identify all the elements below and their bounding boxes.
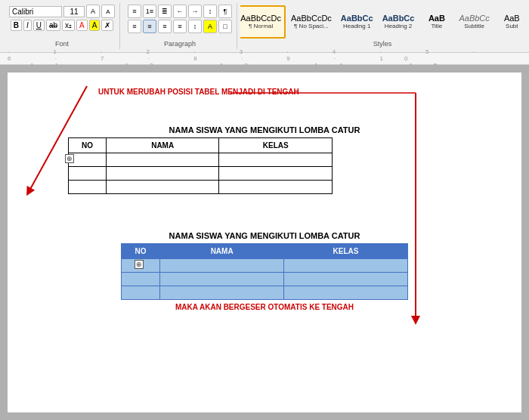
style-subt[interactable]: AaB Subt — [495, 5, 524, 39]
table1-col-nama: NAMA — [106, 138, 219, 153]
style-subt-label: Subt — [506, 23, 518, 29]
table1-title: NAMA SISWA YANG MENGIKUTI LOMBA CATUR — [45, 125, 484, 134]
annotation-top-label: UNTUK MERUBAH POSISI TABEL MENJADI DI TE… — [98, 88, 299, 96]
style-title-label: Title — [432, 23, 443, 29]
style-nospace-preview: AaBbCcDc — [291, 14, 332, 23]
show-para-button[interactable]: ¶ — [218, 5, 232, 18]
font-section: A A B I U ab x₂ A A ✗ Font — [5, 3, 120, 49]
style-normal-preview: AaBbCcDc — [240, 14, 281, 23]
style-h1-preview: AaBbCc — [341, 14, 373, 23]
align-left-button[interactable]: ≡ — [128, 20, 141, 33]
underline-button[interactable]: U — [33, 20, 45, 31]
decrease-indent-button[interactable]: ← — [173, 5, 187, 18]
shading-button[interactable]: A — [203, 20, 217, 33]
grow-font-button[interactable]: A — [86, 5, 100, 18]
annotation-top-text: UNTUK MERUBAH POSISI TABEL MENJADI DI TE… — [98, 84, 299, 97]
sort-button[interactable]: ↕ — [203, 5, 217, 18]
multilevel-button[interactable]: ≣ — [158, 5, 172, 18]
table1-section: NAMA SISWA YANG MENGIKUTI LOMBA CATUR ⊕ … — [45, 125, 484, 197]
table2: NO NAMA KELAS — [121, 243, 408, 300]
style-heading1[interactable]: AaBbCc Heading 1 — [337, 5, 377, 39]
table1: NO NAMA KELAS — [68, 137, 333, 194]
bullets-button[interactable]: ≡ — [128, 5, 141, 18]
shrink-font-button[interactable]: A — [101, 5, 115, 18]
styles-section: AaBbCcDc ¶ Normal AaBbCcDc ¶ No Spaci...… — [240, 3, 524, 49]
italic-button[interactable]: I — [23, 20, 32, 31]
bold-button[interactable]: B — [11, 20, 22, 31]
style-title[interactable]: AaB Title — [419, 5, 453, 39]
increase-indent-button[interactable]: → — [188, 5, 202, 18]
document-page: UNTUK MERUBAH POSISI TABEL MENJADI DI TE… — [8, 73, 521, 412]
table2-title: NAMA SISWA YANG MENGIKUTI LOMBA CATUR — [45, 231, 484, 240]
styles-label: Styles — [373, 39, 392, 48]
table-row — [122, 273, 408, 286]
justify-button[interactable]: ≡ — [173, 20, 187, 33]
strikethrough-button[interactable]: ab — [46, 20, 60, 31]
font-size-input[interactable] — [63, 6, 85, 17]
style-subtitle[interactable]: AaBbCc Subtitle — [455, 5, 493, 39]
style-title-preview: AaB — [428, 14, 445, 23]
style-h2-label: Heading 2 — [385, 23, 412, 29]
style-heading2[interactable]: AaBbCc Heading 2 — [379, 5, 419, 39]
table2-section: NAMA SISWA YANG MENGIKUTI LOMBA CATUR ⊕ … — [45, 231, 484, 311]
toolbar: A A B I U ab x₂ A A ✗ Font ≡ 1≡ ≣ ← → — [0, 0, 529, 53]
font-name-input[interactable] — [9, 6, 62, 17]
table1-col-no: NO — [69, 138, 107, 153]
align-right-button[interactable]: ≡ — [158, 20, 172, 33]
borders-button[interactable]: □ — [218, 20, 232, 33]
style-subt-preview: AaB — [504, 14, 520, 23]
table-row — [122, 286, 408, 300]
document-area: UNTUK MERUBAH POSISI TABEL MENJADI DI TE… — [0, 65, 529, 420]
font-color-button[interactable]: A — [76, 20, 88, 31]
clear-format-button[interactable]: ✗ — [101, 20, 113, 31]
table2-col-kelas: KELAS — [284, 244, 408, 259]
table2-move-handle[interactable]: ⊕ — [135, 260, 144, 269]
table1-move-handle[interactable]: ⊕ — [65, 154, 74, 163]
style-normal-label: ¶ Normal — [249, 23, 273, 29]
table2-col-nama: NAMA — [160, 244, 284, 259]
highlight-button[interactable]: A — [89, 20, 101, 31]
style-subtitle-preview: AaBbCc — [459, 14, 489, 23]
style-h2-preview: AaBbCc — [382, 14, 415, 23]
font-label: Font — [55, 39, 69, 48]
table2-col-no: NO — [122, 244, 160, 259]
table-row — [69, 167, 333, 181]
paragraph-section: ≡ 1≡ ≣ ← → ↕ ¶ ≡ ≡ ≡ ≡ ↕ A □ Paragraph — [123, 3, 237, 49]
table-row — [69, 153, 333, 167]
style-subtitle-label: Subtitle — [464, 23, 484, 29]
table-row — [122, 259, 408, 273]
spacer — [45, 197, 484, 216]
align-center-button[interactable]: ≡ — [143, 20, 156, 33]
table-row — [69, 181, 333, 194]
numbering-button[interactable]: 1≡ — [143, 5, 156, 18]
ruler: · 1 · 2 · 3 · 4 · 5 · 6 · 7 · 8 · 9 · 10… — [0, 53, 529, 65]
paragraph-label: Paragraph — [164, 39, 196, 48]
subscript-button[interactable]: x₂ — [62, 20, 75, 31]
line-spacing-button[interactable]: ↕ — [188, 20, 202, 33]
style-nospace-label: ¶ No Spaci... — [294, 23, 329, 29]
style-h1-label: Heading 1 — [343, 23, 370, 29]
annotation-bottom-text: MAKA AKAN BERGESER OTOMATIS KE TENGAH — [45, 303, 484, 311]
style-normal[interactable]: AaBbCcDc ¶ Normal — [240, 5, 286, 39]
style-nospace[interactable]: AaBbCcDc ¶ No Spaci... — [287, 5, 336, 39]
table1-col-kelas: KELAS — [219, 138, 333, 153]
